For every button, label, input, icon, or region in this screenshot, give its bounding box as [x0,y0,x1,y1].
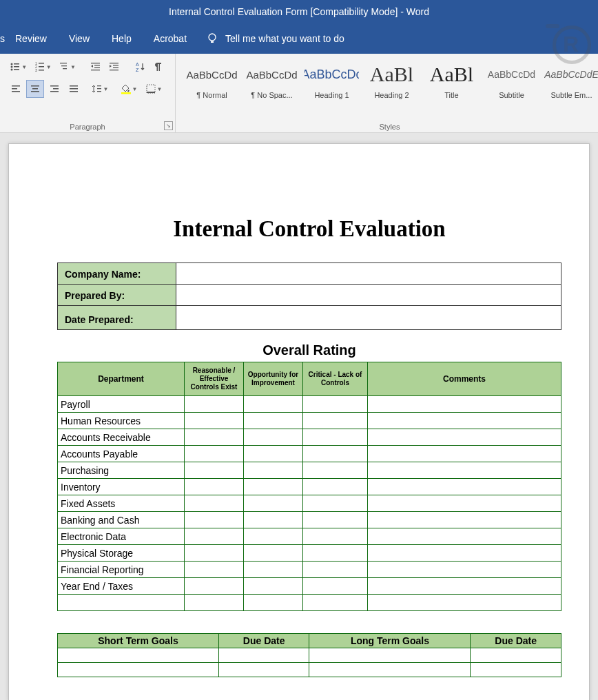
rating-cell[interactable] [368,462,561,479]
rating-cell[interactable] [185,396,244,413]
department-cell[interactable] [58,595,185,611]
rating-cell[interactable] [244,495,303,512]
goals-header[interactable]: Due Date [218,634,309,648]
table-row[interactable]: Year End / Taxes [58,578,561,595]
goals-cell[interactable] [58,663,219,677]
table-row[interactable] [58,663,561,677]
department-cell[interactable]: Fixed Assets [58,495,185,512]
rating-cell[interactable] [368,578,561,595]
rating-cell[interactable] [244,413,303,429]
rating-cell[interactable] [185,462,244,479]
goals-header[interactable]: Short Term Goals [58,634,219,648]
rating-cell[interactable] [303,429,368,446]
rating-cell[interactable] [303,578,368,595]
header-value[interactable] [176,306,561,330]
table-row[interactable]: Accounts Payable [58,446,561,462]
department-cell[interactable]: Physical Storage [58,545,185,562]
department-cell[interactable]: Human Resources [58,413,185,429]
rating-cell[interactable] [244,562,303,578]
rating-cell[interactable] [244,446,303,462]
rating-cell[interactable] [244,595,303,611]
rating-cell[interactable] [303,595,368,611]
rating-cell[interactable] [244,528,303,545]
rating-cell[interactable] [185,429,244,446]
table-row[interactable]: Electronic Data [58,528,561,545]
tell-me-search[interactable]: Tell me what you want to do [206,32,344,45]
goals-cell[interactable] [471,648,561,663]
rating-cell[interactable] [368,545,561,562]
rating-header[interactable]: Opportunity for Improvement [244,362,303,396]
rating-cell[interactable] [185,479,244,495]
rating-cell[interactable] [244,429,303,446]
rating-cell[interactable] [303,462,368,479]
goals-header[interactable]: Long Term Goals [309,634,471,648]
numbering-button[interactable]: 123▼ [31,58,54,76]
header-row[interactable]: Date Prepared: [58,306,561,330]
multilevel-list-button[interactable]: ▼ [56,58,79,76]
header-label[interactable]: Company Name: [58,263,176,285]
goals-cell[interactable] [471,663,561,677]
tab-acrobat[interactable]: Acrobat [143,28,198,50]
rating-header[interactable]: Comments [368,362,561,396]
align-right-button[interactable] [45,80,63,98]
goals-cell[interactable] [218,663,309,677]
header-value[interactable] [176,285,561,306]
header-label[interactable]: Date Prepared: [58,306,176,330]
table-row[interactable]: Fixed Assets [58,495,561,512]
rating-cell[interactable] [185,495,244,512]
rating-cell[interactable] [303,446,368,462]
justify-button[interactable] [65,80,83,98]
rating-cell[interactable] [185,578,244,595]
table-row[interactable]: Payroll [58,396,561,413]
table-row[interactable]: Human Resources [58,413,561,429]
show-marks-button[interactable] [150,58,168,76]
rating-cell[interactable] [244,545,303,562]
document-page[interactable]: Internal Control Evaluation Company Name… [8,143,590,700]
goals-cell[interactable] [58,648,219,663]
table-row[interactable] [58,595,561,611]
rating-cell[interactable] [244,479,303,495]
rating-cell[interactable] [303,562,368,578]
table-row[interactable]: Purchasing [58,462,561,479]
table-row[interactable]: Financial Reporting [58,562,561,578]
rating-cell[interactable] [368,396,561,413]
style-subtitle[interactable]: AaBbCcDdSubtitle [482,58,541,108]
department-cell[interactable]: Purchasing [58,462,185,479]
increase-indent-button[interactable] [106,58,124,76]
rating-header[interactable]: Reasonable / Effective Controls Exist [185,362,244,396]
decrease-indent-button[interactable] [87,58,105,76]
align-left-button[interactable] [7,80,25,98]
tab-help[interactable]: Help [101,28,143,50]
rating-cell[interactable] [303,479,368,495]
rating-cell[interactable] [368,528,561,545]
rating-cell[interactable] [368,413,561,429]
rating-cell[interactable] [303,495,368,512]
department-cell[interactable]: Accounts Payable [58,446,185,462]
overall-rating-title[interactable]: Overall Rating [57,342,561,358]
tab-review[interactable]: Review [4,28,58,50]
table-row[interactable]: Physical Storage [58,545,561,562]
department-cell[interactable]: Payroll [58,396,185,413]
table-row[interactable]: Banking and Cash [58,512,561,528]
shading-button[interactable]: ▼ [117,80,141,98]
sort-button[interactable]: AZ [132,58,150,76]
paragraph-dialog-launcher[interactable]: ↘ [164,121,173,130]
header-row[interactable]: Prepared By: [58,285,561,306]
line-spacing-button[interactable]: ▼ [88,80,112,98]
rating-cell[interactable] [303,396,368,413]
rating-header[interactable]: Department [58,362,185,396]
rating-cell[interactable] [185,446,244,462]
style-title[interactable]: AaBlTitle [422,58,481,108]
rating-cell[interactable] [185,528,244,545]
style---normal[interactable]: AaBbCcDd¶ Normal [183,58,241,108]
rating-cell[interactable] [185,413,244,429]
rating-cell[interactable] [303,528,368,545]
goals-cell[interactable] [309,648,471,663]
goals-table[interactable]: Short Term GoalsDue DateLong Term GoalsD… [57,633,561,677]
rating-cell[interactable] [303,512,368,528]
rating-cell[interactable] [368,595,561,611]
style-heading-2[interactable]: AaBlHeading 2 [362,58,421,108]
rating-cell[interactable] [368,429,561,446]
rating-cell[interactable] [244,396,303,413]
rating-cell[interactable] [185,562,244,578]
